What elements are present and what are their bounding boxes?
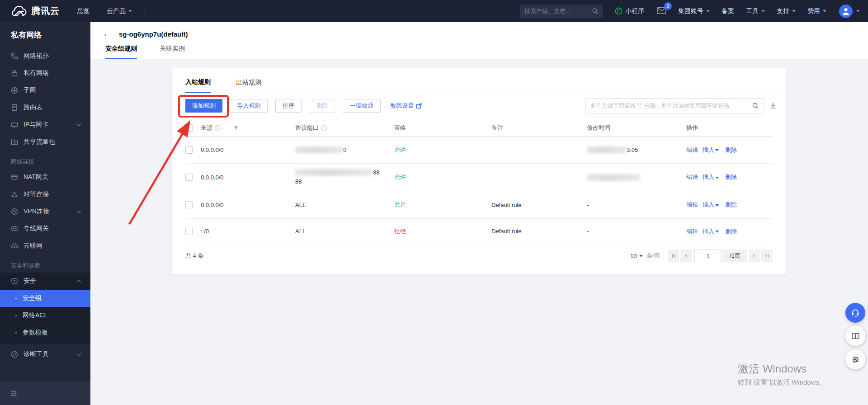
insert-link[interactable]: 插入 <box>703 146 714 154</box>
sidebar-item-parameter-template[interactable]: 参数模板 <box>0 324 90 341</box>
triangle-icon <box>11 191 18 198</box>
chevron-down-icon[interactable] <box>715 177 719 179</box>
edit-link[interactable]: 编辑 <box>686 146 698 154</box>
chevron-down-icon[interactable] <box>715 149 719 151</box>
tab-security-group-rules[interactable]: 安全组规则 <box>105 45 137 59</box>
sidebar-item-vpn[interactable]: VPN连接 <box>0 203 90 220</box>
sidebar-item-security[interactable]: 安全 <box>0 273 90 290</box>
cell-source: 0.0.0.0/0 <box>201 202 295 208</box>
nav-tools[interactable]: 工具 <box>746 7 765 15</box>
cloud-logo-icon <box>12 6 27 17</box>
total-pages-label: /1页 <box>723 250 747 262</box>
nav-products[interactable]: 云产品 <box>107 7 132 15</box>
sidebar-item-subnet[interactable]: 子网 <box>0 82 90 99</box>
row-checkbox[interactable] <box>185 174 193 181</box>
tencent-cloud-logo[interactable]: 腾讯云 <box>12 5 60 17</box>
sidebar-item-peering[interactable]: 对等连接 <box>0 186 90 203</box>
delete-link[interactable]: 删除 <box>725 173 737 181</box>
edit-link[interactable]: 编辑 <box>686 201 698 209</box>
prev-page-button[interactable] <box>680 250 692 262</box>
sidebar-item-security-groups[interactable]: 安全组 <box>0 290 90 307</box>
last-page-button[interactable] <box>761 250 773 262</box>
back-button[interactable]: ← <box>103 28 112 39</box>
external-link-icon <box>416 103 422 109</box>
page-title: sg-og6ynp7u(default) <box>119 30 188 38</box>
search-icon[interactable] <box>747 102 764 109</box>
sidebar-item-vpc[interactable]: 私有网络 <box>0 65 90 82</box>
import-rule-button[interactable]: 导入规则 <box>230 99 268 113</box>
docs-button[interactable] <box>845 326 865 346</box>
sidebar-item-route-table[interactable]: 路由表 <box>0 99 90 116</box>
cell-modified <box>587 174 686 181</box>
sidebar-item-ccn[interactable]: 云联网 <box>0 237 90 254</box>
chevron-down-icon[interactable] <box>715 204 719 207</box>
row-checkbox[interactable] <box>185 201 193 208</box>
tab-associated-instances[interactable]: 关联实例 <box>160 45 185 59</box>
messages[interactable]: 3 <box>657 7 666 16</box>
edit-link[interactable]: 编辑 <box>686 227 698 235</box>
collapse-sidebar-icon[interactable] <box>10 390 18 397</box>
nav-billing[interactable]: 费用 <box>807 7 826 15</box>
sidebar-item-network-acl[interactable]: 网络ACL <box>0 307 90 324</box>
sidebar-item-nat-gateway[interactable]: NAT网关 <box>0 169 90 186</box>
next-page-button[interactable] <box>749 250 760 262</box>
watermark-line1: 激活 Windows <box>738 362 826 376</box>
delete-link[interactable]: 删除 <box>725 201 737 209</box>
page-size-select[interactable]: 10 <box>630 253 643 259</box>
cell-policy: 允许 <box>394 146 491 154</box>
rules-filter-input[interactable] <box>586 103 747 109</box>
nav-group-account[interactable]: 集团账号 <box>678 7 710 15</box>
first-page-button[interactable] <box>668 250 679 262</box>
sort-button[interactable]: 排序 <box>275 99 302 113</box>
insert-link[interactable]: 插入 <box>703 173 714 181</box>
tab-outbound-rules[interactable]: 出站规则 <box>236 79 261 93</box>
insert-link[interactable]: 插入 <box>703 227 714 235</box>
info-icon[interactable]: i <box>215 125 221 131</box>
current-page-input[interactable] <box>694 250 722 262</box>
nav-overview[interactable]: 总览 <box>77 7 90 15</box>
sidebar-item-ip-nic[interactable]: IP与网卡 <box>0 116 90 133</box>
add-rule-button[interactable]: 添加规则 <box>185 99 222 113</box>
nav-beian[interactable]: 备案 <box>722 7 734 15</box>
sidebar-item-network-topology[interactable]: 网络拓扑 <box>0 47 90 65</box>
open-all-button[interactable]: 一键放通 <box>343 99 381 113</box>
diagnose-icon <box>11 351 18 358</box>
nav-support[interactable]: 支持 <box>777 7 796 15</box>
nav-miniprogram[interactable]: 小程序 <box>615 7 644 15</box>
topbar-divider <box>146 6 146 17</box>
edit-link[interactable]: 编辑 <box>686 173 698 181</box>
cell-modified: 3:05 <box>587 146 686 153</box>
chevron-down-icon <box>761 10 765 12</box>
delete-button[interactable]: 删除 <box>309 99 335 113</box>
teach-me-link[interactable]: 教我设置 <box>390 99 422 113</box>
topbar-search[interactable] <box>520 5 603 18</box>
select-all-checkbox[interactable] <box>185 124 193 132</box>
chevron-down-icon[interactable] <box>856 10 860 12</box>
sidebar-item-diagnose-tools[interactable]: 诊断工具 <box>0 346 90 363</box>
feedback-button[interactable] <box>845 349 865 369</box>
user-icon <box>841 7 850 15</box>
sidebar-item-direct-connect[interactable]: 专线网关 <box>0 220 90 237</box>
row-checkbox[interactable] <box>185 146 193 154</box>
avatar[interactable] <box>839 5 853 18</box>
chevron-down-icon <box>77 122 81 127</box>
chevron-down-icon[interactable] <box>715 231 719 233</box>
info-icon[interactable]: i <box>321 125 327 131</box>
customer-service-button[interactable] <box>845 303 865 323</box>
delete-link[interactable]: 删除 <box>725 227 737 235</box>
download-icon[interactable] <box>769 102 777 111</box>
search-icon[interactable] <box>592 8 599 14</box>
redacted-blur <box>295 169 373 176</box>
sidebar-item-traffic-package[interactable]: 共享流量包 <box>0 133 90 151</box>
tab-inbound-rules[interactable]: 入站规则 <box>185 78 211 93</box>
redacted-blur <box>295 146 343 153</box>
rules-filter-box[interactable] <box>585 98 764 113</box>
filter-funnel-icon[interactable] <box>233 126 238 131</box>
insert-link[interactable]: 插入 <box>703 201 714 209</box>
headset-icon <box>850 308 860 318</box>
row-checkbox[interactable] <box>185 228 193 235</box>
vpn-icon <box>11 208 18 215</box>
chevron-down-icon <box>128 10 132 12</box>
delete-link[interactable]: 删除 <box>725 146 737 154</box>
topbar-search-input[interactable] <box>524 8 592 14</box>
